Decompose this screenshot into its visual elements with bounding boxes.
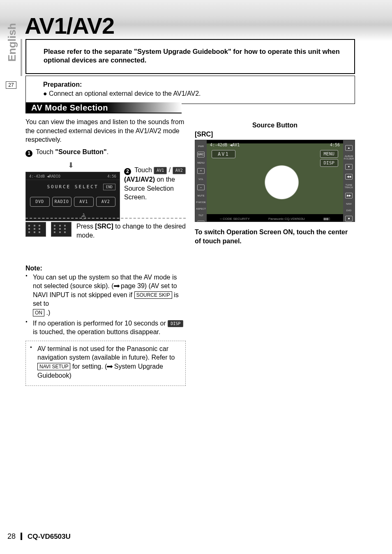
side-divider <box>21 39 22 76</box>
status-text: 4:-42dB ◀RADIO <box>29 174 60 179</box>
src-btn-av1[interactable]: AV1 <box>74 197 94 207</box>
speaker-icon: ▮▮▮▯ <box>323 217 330 221</box>
src-btn-radio[interactable]: RADIO <box>52 197 72 207</box>
note-item-2: If no operation is performed for 10 seco… <box>32 319 186 337</box>
code-security-text: ○ CODE SECURITY <box>220 217 250 221</box>
hand-pointer-icon: ☝ <box>79 211 88 223</box>
source-select-screenshot: 4:-42dB ◀RADIO 4:56 SOURCE SELECT END DV… <box>25 172 120 221</box>
touch-panel-caption: To switch Operation Screen ON, touch the… <box>195 228 355 245</box>
arrow-right-icon: ➡ <box>113 282 120 291</box>
vol-up-button[interactable]: + <box>197 168 205 174</box>
right-column: Source Button [SRC] PWR SRC MENU + VOL –… <box>195 122 355 245</box>
arrow-down-icon: ⬇ <box>25 160 116 170</box>
preparation-box: Preparation: ● Connect an optional exter… <box>25 76 355 104</box>
on-box: ON <box>33 309 44 316</box>
guidebook-note-box: Please refer to the separate "System Upg… <box>25 39 355 74</box>
step-2: 2 Touch AV1 / AV2 (AV1/AV2) on the Sourc… <box>124 166 187 202</box>
prev-button[interactable]: ◀◀ <box>345 174 353 180</box>
clock-text: 4:56 <box>107 174 116 179</box>
side-prev-page: 27 <box>6 81 16 89</box>
av1-indicator[interactable]: AV1 <box>212 150 235 158</box>
preparation-heading: Preparation: <box>43 81 82 88</box>
head-unit-right-buttons: ▲ ALBUM FOLDER ▼ ◀◀ TUNE TRACK ▶▶ NAVI D… <box>344 145 353 217</box>
page-number: 28 <box>7 532 16 540</box>
step-1-icon: 1 <box>25 150 32 157</box>
eject-button[interactable]: ▲ <box>197 221 205 222</box>
intro-text: You can view the images and listen to th… <box>25 118 186 144</box>
status-text: 4:-42dB ◀AV1 <box>210 143 240 147</box>
step-1: 1 Touch "Source Button". <box>25 148 186 157</box>
page-title: AV1/AV2 <box>25 12 114 39</box>
vol-dn-button[interactable]: – <box>197 185 205 190</box>
head-unit-left-buttons: PWR SRC MENU + VOL – MUTE P·MODE ASPECT … <box>196 145 205 217</box>
disp-button[interactable]: DISP <box>320 159 339 167</box>
src-btn-av2[interactable]: AV2 <box>96 197 116 207</box>
remote-text: Press [SRC] to change to the desired mod… <box>76 222 186 240</box>
menu-button[interactable]: MENU <box>320 150 339 158</box>
note-heading: Note: <box>25 264 186 273</box>
source-button-label: Source Button <box>195 122 355 129</box>
footer-bar <box>21 533 22 540</box>
head-unit-screenshot: PWR SRC MENU + VOL – MUTE P·MODE ASPECT … <box>195 140 355 222</box>
av2-chip: AV2 <box>173 167 186 174</box>
note-block: Note: You can set up the system so that … <box>25 264 186 386</box>
section-heading: AV Mode Selection <box>25 102 182 113</box>
preparation-text: Connect an optional external device to t… <box>49 90 201 97</box>
next-button[interactable]: ▶▶ <box>345 193 353 199</box>
note-item-1: You can set up the system so that the AV… <box>32 273 186 317</box>
src-btn-dvd[interactable]: DVD <box>30 197 50 207</box>
navi-setup-box: NAVI SETUP <box>37 363 70 370</box>
remote-icon-2 <box>51 222 71 237</box>
remote-icon-1 <box>25 222 46 237</box>
enter-button[interactable]: ■ <box>345 216 353 222</box>
source-skip-box: SOURCE SKIP <box>134 291 172 299</box>
navi-callout-text: AV terminal is not used for the Panasoni… <box>37 344 181 380</box>
av1-chip: AV1 <box>154 167 167 174</box>
album-dn-button[interactable]: ▼ <box>345 164 353 170</box>
step-2-icon: 2 <box>124 168 131 175</box>
model-number: CQ-VD6503U <box>28 533 71 540</box>
album-up-button[interactable]: ▲ <box>345 145 353 151</box>
src-key-label: [SRC] <box>195 131 355 138</box>
disp-chip: DISP <box>168 320 183 328</box>
page-footer: 28 CQ-VD6503U <box>7 532 71 541</box>
remote-row: Press [SRC] to change to the desired mod… <box>25 222 186 240</box>
side-language: English <box>6 23 18 62</box>
navi-callout: AV terminal is not used for the Panasoni… <box>25 341 186 386</box>
clock-text: 4:56 <box>330 143 340 147</box>
end-button[interactable]: END <box>103 184 115 190</box>
src-hw-button[interactable]: SRC <box>197 152 205 157</box>
brand-text: Panasonic CQ-VD6503U <box>268 217 305 221</box>
dashed-divider <box>25 218 186 219</box>
arrow-right-icon: ➡ <box>106 362 113 371</box>
